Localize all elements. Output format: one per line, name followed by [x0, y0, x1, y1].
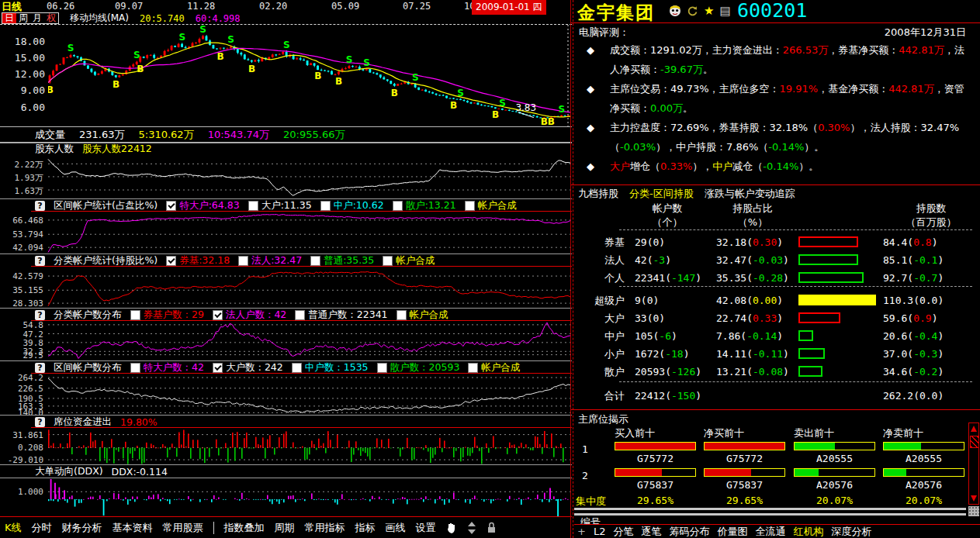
checkbox-icon[interactable]: [397, 310, 407, 320]
bottom-tab-筹码分布[interactable]: 筹码分布: [669, 525, 709, 538]
legend-item[interactable]: 帐户合成: [383, 254, 435, 267]
hand-icon[interactable]: [446, 522, 457, 534]
legend-item[interactable]: 券基:32.18: [166, 254, 230, 267]
panel-canvas-range-account-count[interactable]: [0, 374, 572, 416]
help-icon[interactable]: ?: [35, 363, 45, 373]
panel-seat-fund-flow: ?席位资金进出19.80%31.8610.208-29.010: [0, 415, 572, 464]
volume-summary-row: 成交量231.63万5:310.62万10:543.74万20:955.66万: [0, 126, 572, 143]
document-icon[interactable]: ▤: [719, 5, 730, 17]
checkbox-icon[interactable]: [310, 256, 320, 266]
legend-item[interactable]: 帐户合成: [397, 309, 448, 322]
bottom-tab-红机构[interactable]: 红机构: [793, 525, 823, 538]
legend-item[interactable]: 特大户:64.83: [166, 199, 240, 212]
checkbox-icon[interactable]: [295, 310, 305, 320]
checkbox-icon[interactable]: [377, 363, 387, 373]
vertical-scrollbar[interactable]: [968, 422, 979, 505]
legend-item[interactable]: 散户:13.21: [393, 199, 456, 212]
period-button-日[interactable]: 日: [2, 13, 16, 23]
bottom-tab-价量图[interactable]: 价量图: [717, 525, 747, 538]
menu-指数叠加[interactable]: 指数叠加: [224, 521, 265, 535]
panel-chart-ddx[interactable]: 1.000: [0, 478, 572, 517]
period-buttons[interactable]: 日周月权: [2, 12, 59, 24]
tab-分时[interactable]: 分时: [32, 521, 52, 535]
refresh-icon[interactable]: [687, 5, 698, 17]
bottom-tab-+[interactable]: +: [577, 526, 586, 537]
price-axis-label: 12.00: [14, 68, 45, 80]
star-icon[interactable]: ★: [704, 5, 714, 17]
legend-item[interactable]: 大户数：242: [213, 361, 283, 374]
panel-canvas-ddx[interactable]: [0, 478, 572, 517]
tab-财务分析[interactable]: 财务分析: [62, 521, 102, 535]
checkbox-icon[interactable]: [130, 310, 140, 320]
help-icon[interactable]: ?: [35, 256, 45, 266]
updown-arrows-icon[interactable]: [467, 522, 476, 534]
panel-canvas-class-account-count[interactable]: [0, 321, 572, 361]
bottom-tab-L2[interactable]: L2: [594, 526, 606, 537]
checkbox-icon[interactable]: [468, 363, 478, 373]
checkbox-checked-icon[interactable]: [166, 201, 176, 211]
checkbox-icon[interactable]: [383, 256, 393, 266]
menu-画线[interactable]: 画线: [386, 521, 406, 535]
panel-chart-holder-count[interactable]: 2.22万1.93万1.63万: [0, 155, 572, 199]
panel-chart-range-account-ratio[interactable]: 66.46853.79442.094: [0, 212, 572, 254]
legend-item[interactable]: 散户数：20593: [377, 361, 460, 374]
panel-canvas-range-account-ratio[interactable]: [0, 212, 572, 254]
tab-常用股票[interactable]: 常用股票: [163, 521, 203, 535]
mask-icon[interactable]: [669, 5, 681, 17]
scroll-down-icon[interactable]: [971, 495, 977, 502]
checkbox-icon[interactable]: [320, 201, 331, 211]
legend-item[interactable]: 普通户数：22341: [295, 309, 387, 322]
menu-指标[interactable]: 指标: [355, 521, 376, 535]
legend-item[interactable]: 券基户数：29: [130, 309, 204, 322]
panel-canvas-class-account-ratio[interactable]: [0, 267, 572, 309]
panel-chart-range-account-count[interactable]: 264.2226.5190.5163.3140.0: [0, 374, 572, 416]
panel-chart-class-account-ratio[interactable]: 42.57935.15528.303: [0, 267, 572, 309]
bottom-tab-分笔[interactable]: 分笔: [613, 525, 633, 538]
candlestick-chart[interactable]: 18.0015.0012.009.006.00SBSBSBSBSBSBSBSBS…: [0, 24, 572, 127]
checkbox-checked-icon[interactable]: [166, 256, 176, 266]
period-button-周[interactable]: 周: [16, 13, 30, 23]
checkbox-icon[interactable]: [248, 201, 258, 211]
legend-item[interactable]: 法人户数：42: [213, 309, 286, 322]
checkbox-icon[interactable]: [130, 363, 140, 373]
checkbox-icon[interactable]: [238, 256, 248, 266]
panel-canvas-holder-count[interactable]: [0, 155, 572, 199]
checkbox-icon[interactable]: [393, 201, 403, 211]
checkbox-icon[interactable]: [465, 201, 475, 211]
checkbox-icon[interactable]: [292, 363, 302, 373]
tab-K线[interactable]: K线: [5, 521, 22, 535]
menu-设置[interactable]: 设置: [416, 521, 436, 535]
legend-item[interactable]: 帐户合成: [468, 361, 520, 374]
help-icon[interactable]: ?: [35, 201, 45, 211]
cell-change: -0.2: [913, 366, 937, 378]
horizontal-scrollbar[interactable]: [574, 508, 966, 516]
scroll-up-icon[interactable]: [971, 426, 977, 432]
legend-item[interactable]: 中户数：1535: [292, 361, 369, 374]
menu-常用指标[interactable]: 常用指标: [305, 521, 345, 535]
bottom-tab-全流通[interactable]: 全流通: [755, 525, 785, 538]
lock-icon[interactable]: [487, 522, 497, 533]
help-icon[interactable]: ?: [35, 417, 45, 427]
bottom-tab-逐笔[interactable]: 逐笔: [641, 525, 661, 538]
legend-item[interactable]: 特大户数：42: [130, 361, 204, 374]
checkbox-checked-icon[interactable]: [213, 363, 223, 373]
help-icon[interactable]: ?: [35, 310, 45, 320]
bottom-tab-深度分析[interactable]: 深度分析: [831, 525, 871, 538]
checkbox-checked-icon[interactable]: [213, 310, 223, 320]
legend-item[interactable]: 普通:35.35: [310, 254, 374, 267]
tab-基本资料[interactable]: 基本资料: [113, 521, 153, 535]
panel-chart-class-account-count[interactable]: 54.847.239.832.329.5: [0, 321, 572, 361]
period-button-权[interactable]: 权: [44, 13, 58, 23]
panel-canvas-seat-fund-flow[interactable]: [0, 428, 572, 465]
scrollbar-thumb[interactable]: [970, 436, 979, 448]
legend-item[interactable]: 法人:32.47: [238, 254, 302, 267]
panel-chart-seat-fund-flow[interactable]: 31.8610.208-29.010: [0, 428, 572, 465]
legend-item[interactable]: 中户:10.62: [320, 199, 384, 212]
period-button-月[interactable]: 月: [30, 13, 44, 23]
resize-grip[interactable]: [968, 506, 979, 516]
menu-周期[interactable]: 周期: [275, 521, 295, 535]
legend-item[interactable]: 帐户合成: [465, 199, 517, 212]
bullet-segment: 0.33%: [660, 160, 692, 172]
candlestick-canvas[interactable]: SBSBSBSBSBSBSBSBSBSBSBSB3.83: [48, 25, 570, 126]
legend-item[interactable]: 大户:11.35: [248, 199, 312, 212]
